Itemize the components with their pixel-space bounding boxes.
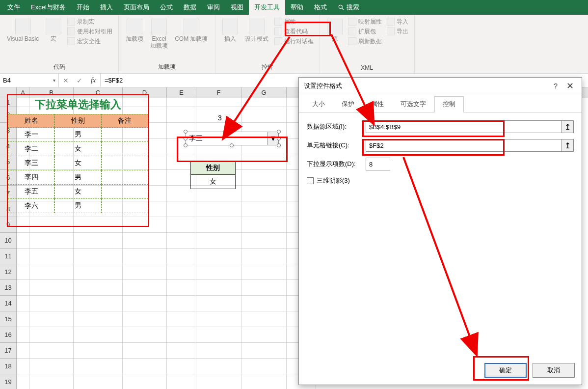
cell[interactable]: [74, 374, 123, 389]
row-12[interactable]: 12: [0, 264, 16, 280]
cell[interactable]: [167, 107, 196, 123]
cell[interactable]: [74, 280, 123, 296]
cell[interactable]: [196, 343, 241, 359]
cell[interactable]: [241, 296, 287, 311]
resize-handle[interactable]: [277, 143, 281, 147]
cell[interactable]: [29, 374, 74, 389]
cell[interactable]: [17, 374, 29, 389]
menu-file[interactable]: 文件: [2, 0, 26, 15]
menu-layout[interactable]: 页面布局: [118, 0, 155, 15]
cell[interactable]: [17, 264, 29, 280]
accept-formula-icon[interactable]: ✓: [73, 77, 86, 84]
cell[interactable]: [29, 249, 74, 264]
cell[interactable]: [74, 264, 123, 280]
col-f[interactable]: F: [196, 87, 241, 98]
cell[interactable]: [123, 374, 167, 389]
help-icon[interactable]: ?: [548, 82, 563, 90]
cell[interactable]: [241, 311, 287, 327]
cell[interactable]: [167, 374, 196, 389]
resize-handle[interactable]: [277, 137, 281, 140]
cancel-button[interactable]: 取消: [533, 363, 575, 378]
cell[interactable]: [17, 327, 29, 343]
cell[interactable]: [74, 359, 123, 374]
cell[interactable]: [29, 280, 74, 296]
cell[interactable]: [167, 327, 196, 343]
cell[interactable]: [74, 311, 123, 327]
cell[interactable]: [29, 311, 74, 327]
cell[interactable]: [196, 98, 241, 107]
cell[interactable]: [196, 233, 241, 249]
menu-formulas[interactable]: 公式: [155, 0, 178, 15]
cancel-formula-icon[interactable]: ✕: [59, 77, 73, 84]
cell[interactable]: [29, 264, 74, 280]
cell[interactable]: [241, 154, 287, 170]
cell[interactable]: [123, 264, 167, 280]
ref-picker-icon[interactable]: ↥: [561, 121, 573, 133]
cell[interactable]: [167, 359, 196, 374]
menu-view[interactable]: 视图: [225, 0, 249, 15]
com-addins-button[interactable]: COM 加载项: [172, 17, 211, 44]
cell[interactable]: [196, 374, 241, 389]
row-16[interactable]: 16: [0, 327, 16, 343]
cell[interactable]: [196, 217, 241, 233]
insert-control-button[interactable]: 插入: [219, 17, 241, 44]
row-15[interactable]: 15: [0, 311, 16, 327]
macros-button[interactable]: 宏: [43, 17, 64, 44]
record-macro-button[interactable]: 录制宏: [65, 17, 114, 27]
cell[interactable]: [29, 343, 74, 359]
cell[interactable]: [241, 374, 287, 389]
cell[interactable]: [123, 343, 167, 359]
cell[interactable]: [196, 264, 241, 280]
export-button[interactable]: 导出: [385, 27, 410, 36]
menu-review[interactable]: 审阅: [202, 0, 225, 15]
cell[interactable]: [17, 249, 29, 264]
cell[interactable]: [241, 170, 287, 186]
cell[interactable]: [123, 280, 167, 296]
cell[interactable]: [123, 249, 167, 264]
cell-link-input[interactable]: [366, 139, 561, 151]
excel-addins-button[interactable]: Excel 加载项: [147, 17, 171, 51]
menu-data[interactable]: 数据: [178, 0, 202, 15]
dialog-titlebar[interactable]: 设置控件格式 ? ✕: [299, 78, 582, 94]
name-box[interactable]: B4: [0, 74, 59, 87]
cell[interactable]: [123, 327, 167, 343]
ok-button[interactable]: 确定: [484, 363, 527, 378]
refresh-button[interactable]: 刷新数据: [347, 36, 384, 46]
cell[interactable]: [167, 280, 196, 296]
cell[interactable]: [196, 311, 241, 327]
resize-handle[interactable]: [230, 130, 234, 134]
menu-help[interactable]: 帮助: [285, 0, 309, 15]
cell[interactable]: [167, 201, 196, 217]
cell[interactable]: [241, 264, 287, 280]
cell[interactable]: [74, 233, 123, 249]
expand-button[interactable]: 扩展包: [347, 27, 384, 36]
row-19[interactable]: 19: [0, 374, 16, 389]
cell[interactable]: [241, 233, 287, 249]
cell[interactable]: [241, 327, 287, 343]
cell[interactable]: [196, 327, 241, 343]
col-g[interactable]: G: [241, 87, 287, 98]
cell[interactable]: [167, 217, 196, 233]
row-13[interactable]: 13: [0, 280, 16, 296]
cell[interactable]: [74, 249, 123, 264]
fx-icon[interactable]: fx: [86, 77, 100, 84]
properties-button[interactable]: 属性: [272, 17, 316, 27]
cell[interactable]: [196, 249, 241, 264]
relative-ref-button[interactable]: 使用相对引用: [65, 27, 114, 36]
source-button[interactable]: 源: [324, 17, 346, 44]
resize-handle[interactable]: [184, 143, 187, 147]
cell[interactable]: [196, 359, 241, 374]
tab-control[interactable]: 控制: [434, 96, 464, 112]
view-code-button[interactable]: 查看代码: [272, 27, 316, 36]
cell[interactable]: [241, 107, 287, 123]
cell[interactable]: [17, 296, 29, 311]
tab-protect[interactable]: 保护: [333, 96, 363, 112]
cell[interactable]: [167, 311, 196, 327]
cell[interactable]: [241, 359, 287, 374]
addins-button[interactable]: 加载项: [123, 17, 146, 44]
cell[interactable]: [241, 186, 287, 201]
cell[interactable]: [167, 296, 196, 311]
cell[interactable]: [17, 311, 29, 327]
cell[interactable]: [17, 359, 29, 374]
cell[interactable]: [17, 343, 29, 359]
